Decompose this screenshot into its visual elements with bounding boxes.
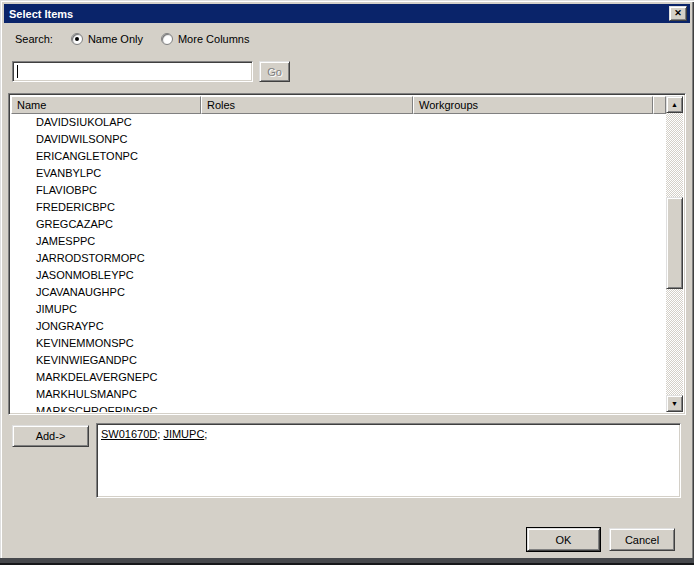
triangle-down-icon: ▼ — [671, 400, 678, 407]
radio-dot — [75, 37, 79, 41]
add-button[interactable]: Add-> — [12, 425, 89, 447]
list-item[interactable]: JIMUPC — [11, 301, 666, 318]
radio-label: Name Only — [88, 33, 143, 45]
go-button-label: Go — [267, 66, 282, 78]
select-items-dialog: Select Items ✕ Search: Name OnlyMore Col… — [0, 0, 694, 565]
cancel-button[interactable]: Cancel — [609, 528, 675, 551]
list-item[interactable]: EVANBYLPC — [11, 165, 666, 182]
list-item[interactable]: MARKSCHROERINGPC — [11, 403, 666, 412]
search-input[interactable] — [16, 64, 249, 79]
column-header-roles[interactable]: Roles — [201, 96, 413, 114]
close-icon: ✕ — [674, 9, 682, 18]
resolved-recipient[interactable]: JIMUPC — [163, 428, 204, 440]
close-button[interactable]: ✕ — [669, 6, 687, 21]
column-header-workgroups[interactable]: Workgroups — [413, 96, 653, 114]
scroll-down-button[interactable]: ▼ — [666, 395, 683, 412]
column-header-name[interactable]: Name — [11, 96, 201, 114]
list-item[interactable]: MARKHULSMANPC — [11, 386, 666, 403]
add-button-label: Add-> — [36, 430, 66, 442]
list-item[interactable]: FLAVIOBPC — [11, 182, 666, 199]
triangle-up-icon: ▲ — [671, 101, 678, 108]
cancel-button-label: Cancel — [625, 534, 659, 546]
list-item[interactable]: JARRODSTORMOPC — [11, 250, 666, 267]
list-rows: DAVIDSIUKOLAPCDAVIDWILSONPCERICANGLETONP… — [11, 114, 666, 412]
scroll-up-button[interactable]: ▲ — [666, 96, 683, 113]
ok-button[interactable]: OK — [527, 528, 600, 551]
radio-more-columns[interactable]: More Columns — [161, 33, 250, 45]
list-inner: DAVIDSIUKOLAPCDAVIDWILSONPCERICANGLETONP… — [11, 96, 683, 412]
list-item[interactable]: FREDERICBPC — [11, 199, 666, 216]
search-label: Search: — [15, 33, 53, 45]
list-item[interactable]: GREGCAZAPC — [11, 216, 666, 233]
radio-label: More Columns — [178, 33, 250, 45]
list-item[interactable]: JAMESPPC — [11, 233, 666, 250]
recipient-well[interactable]: SW01670D; JIMUPC; — [96, 423, 681, 498]
list-item[interactable]: JASONMOBLEYPC — [11, 267, 666, 284]
radio-icon — [161, 33, 173, 45]
go-button[interactable]: Go — [259, 61, 290, 82]
recipient-text[interactable]: SW01670D; JIMUPC; — [101, 427, 676, 494]
ok-button-label: OK — [556, 534, 572, 546]
column-header-filler — [653, 96, 666, 114]
list-item[interactable]: DAVIDWILSONPC — [11, 131, 666, 148]
resolved-recipient[interactable]: SW01670D — [101, 428, 157, 440]
titlebar: Select Items ✕ — [4, 4, 690, 23]
window-bottom-edge — [0, 558, 694, 565]
radio-name-only[interactable]: Name Only — [71, 33, 143, 45]
window-title: Select Items — [9, 8, 73, 20]
text-caret — [17, 65, 18, 78]
vertical-scrollbar: ▲ ▼ — [666, 96, 683, 412]
items-listbox: DAVIDSIUKOLAPCDAVIDWILSONPCERICANGLETONP… — [8, 93, 686, 415]
list-header: NameRolesWorkgroups — [11, 96, 666, 114]
search-options: Search: Name OnlyMore Columns — [15, 31, 267, 47]
list-item[interactable]: DAVIDSIUKOLAPC — [11, 114, 666, 131]
list-item[interactable]: KEVINEMMONSPC — [11, 335, 666, 352]
radio-icon — [71, 33, 83, 45]
scrollbar-thumb[interactable] — [666, 197, 683, 289]
list-item[interactable]: KEVINWIEGANDPC — [11, 352, 666, 369]
list-item[interactable]: JONGRAYPC — [11, 318, 666, 335]
list-item[interactable]: MARKDELAVERGNEPC — [11, 369, 666, 386]
list-item[interactable]: JCAVANAUGHPC — [11, 284, 666, 301]
search-input-field[interactable] — [12, 61, 253, 82]
list-item[interactable]: ERICANGLETONPC — [11, 148, 666, 165]
